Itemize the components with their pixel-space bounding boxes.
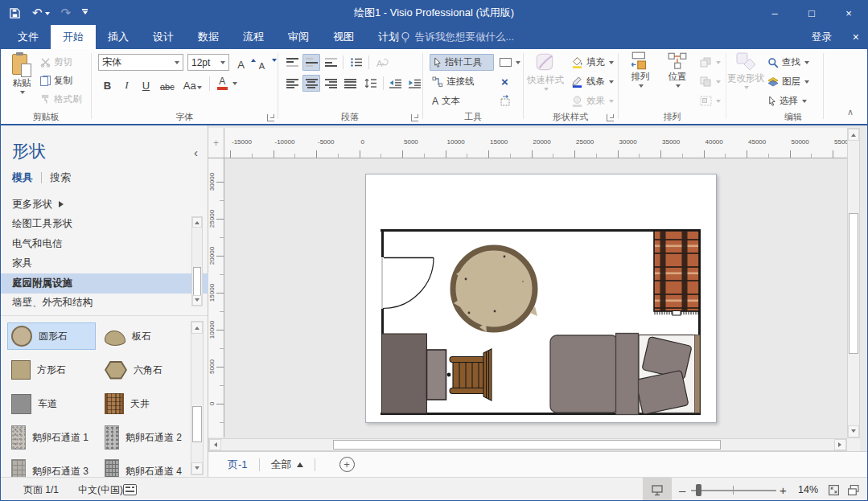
change-case-button[interactable]: Aa: [182, 76, 204, 92]
shape-tool-dropdown[interactable]: [497, 54, 523, 71]
font-family-combo[interactable]: 宋体: [98, 54, 183, 71]
bed[interactable]: [550, 334, 700, 415]
presentation-mode-button[interactable]: [643, 478, 672, 501]
page-indicator[interactable]: 页面 1/1: [23, 478, 59, 501]
group-shapes-button[interactable]: [697, 92, 723, 109]
tab-search[interactable]: 搜索: [50, 170, 71, 185]
zoom-out-button[interactable]: –: [679, 478, 685, 501]
shape-item[interactable]: 方形石: [7, 356, 96, 384]
strikethrough-button[interactable]: abc: [158, 76, 176, 92]
connector-tool-button[interactable]: 连接线: [430, 73, 477, 90]
shape-item[interactable]: 鹅卵石通道 2: [101, 424, 189, 451]
line-spacing-button[interactable]: [362, 75, 380, 92]
paste-button[interactable]: 粘贴: [6, 51, 38, 97]
ime-button[interactable]: [123, 478, 137, 501]
transform-tool-button[interactable]: [497, 92, 514, 109]
shapes-scrollbar[interactable]: [191, 321, 204, 475]
font-size-combo[interactable]: 12pt: [187, 54, 229, 71]
ribbon-tab[interactable]: 开始: [51, 25, 96, 49]
horizontal-scrollbar[interactable]: [208, 438, 847, 451]
maximize-button[interactable]: □: [793, 1, 830, 25]
shrink-font-button[interactable]: A: [253, 54, 279, 71]
font-dialog-launcher[interactable]: [267, 114, 274, 121]
round-stone[interactable]: [453, 248, 537, 332]
language-indicator[interactable]: 中文(中国): [78, 478, 123, 501]
close-drawing-button[interactable]: ×: [853, 31, 859, 43]
select-button[interactable]: 选择: [765, 92, 809, 109]
stencil-item[interactable]: 墙壁、外壳和结构: [1, 294, 208, 314]
page-tab[interactable]: 页-1: [228, 458, 248, 472]
bullets-button[interactable]: [348, 54, 365, 71]
shape-item[interactable]: 鹅卵石通道 1: [7, 424, 96, 451]
scrollbar-thumb[interactable]: [193, 267, 201, 296]
shape-item[interactable]: 圆形石: [7, 322, 96, 350]
underline-button[interactable]: U: [139, 76, 153, 92]
shape-item[interactable]: 六角石: [101, 356, 189, 384]
bold-button[interactable]: B: [101, 76, 114, 92]
paragraph-dialog-launcher[interactable]: [411, 114, 418, 121]
justify-button[interactable]: [341, 75, 359, 92]
connection-point-tool-button[interactable]: ×: [499, 73, 511, 90]
scrollbar-thumb[interactable]: [849, 213, 858, 354]
sign-in-link[interactable]: 登录: [812, 31, 832, 44]
vertical-ruler[interactable]: 300002500020000150001000050000: [208, 158, 224, 437]
tab-stencils[interactable]: 模具: [12, 170, 33, 185]
format-painter-button[interactable]: 格式刷: [38, 91, 84, 108]
line-button[interactable]: 线条: [569, 73, 616, 90]
close-button[interactable]: ×: [830, 1, 867, 25]
ribbon-tab[interactable]: 插入: [96, 25, 141, 49]
ribbon-tab[interactable]: 设计: [141, 25, 186, 49]
italic-button[interactable]: I: [120, 76, 134, 92]
zoom-level[interactable]: 14%: [798, 478, 818, 501]
stencil-item[interactable]: 电气和电信: [1, 234, 208, 254]
font-color-button[interactable]: A: [216, 76, 229, 92]
pointer-tool-button[interactable]: 指针工具: [430, 54, 494, 71]
ribbon-tab[interactable]: 数据: [186, 25, 231, 49]
collapse-panel-button[interactable]: ‹: [194, 146, 198, 158]
ribbon-tab[interactable]: 流程: [231, 25, 276, 49]
tell-me-box[interactable]: 告诉我您想要做什么...: [401, 25, 514, 49]
decrease-indent-button[interactable]: [386, 75, 404, 92]
minimize-button[interactable]: –: [756, 1, 793, 25]
bring-forward-button[interactable]: [697, 54, 723, 71]
stencil-item[interactable]: 绘图工具形状: [1, 215, 208, 235]
align-center-button[interactable]: [302, 75, 320, 92]
quick-styles-button[interactable]: 快速样式: [525, 51, 566, 93]
fill-button[interactable]: 填充: [569, 54, 616, 71]
align-middle-button[interactable]: [302, 54, 320, 71]
position-button[interactable]: 位置: [660, 51, 694, 90]
layers-button[interactable]: 图层: [765, 73, 812, 90]
align-right-button[interactable]: [322, 75, 339, 92]
align-top-button[interactable]: [283, 54, 301, 71]
all-pages-button[interactable]: 全部: [271, 458, 303, 472]
horizontal-ruler[interactable]: -15000-10000-500005000100001500020000250…: [224, 128, 847, 158]
door[interactable]: [382, 258, 434, 310]
zoom-slider-thumb[interactable]: [696, 484, 701, 496]
scrollbar-thumb[interactable]: [192, 406, 202, 442]
fit-page-button[interactable]: [828, 478, 840, 501]
drawing-page[interactable]: [365, 174, 717, 423]
stencil-item[interactable]: 更多形状: [1, 195, 208, 215]
stencil-scrollbar[interactable]: [191, 216, 203, 306]
shape-styles-dialog-launcher[interactable]: [607, 114, 614, 121]
desk[interactable]: [382, 334, 446, 413]
cut-button[interactable]: 剪切: [38, 54, 75, 71]
stencil-item[interactable]: 庭园附属设施: [1, 273, 208, 294]
text-tool-button[interactable]: A 文本: [430, 92, 463, 109]
align-bottom-button[interactable]: [322, 54, 339, 71]
shape-item[interactable]: 板石: [101, 322, 189, 350]
zoom-slider-track[interactable]: [691, 490, 776, 491]
shape-item[interactable]: 车道: [7, 390, 96, 417]
effects-button[interactable]: 效果: [569, 92, 616, 109]
text-rotate-button[interactable]: A: [373, 54, 391, 71]
switch-windows-button[interactable]: [847, 478, 859, 501]
increase-indent-button[interactable]: [405, 75, 423, 92]
vertical-scrollbar[interactable]: [847, 128, 860, 438]
chair[interactable]: [447, 349, 492, 400]
find-button[interactable]: 查找: [765, 54, 812, 71]
change-shape-button[interactable]: 更改形状: [727, 51, 764, 92]
ribbon-tab[interactable]: 审阅: [276, 25, 321, 49]
rug[interactable]: [654, 231, 699, 315]
shape-item[interactable]: 天井: [101, 390, 189, 417]
arrange-button[interactable]: 排列: [623, 51, 657, 90]
